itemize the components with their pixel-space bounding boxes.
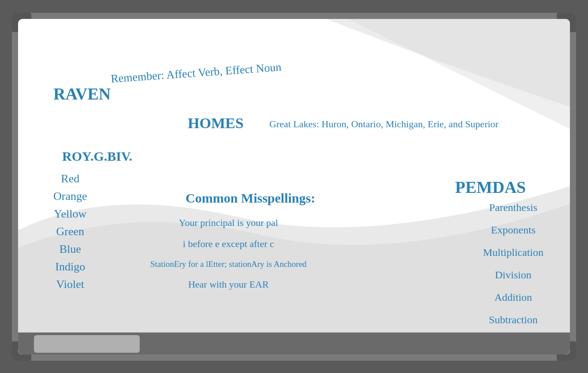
pemdas-title: PEMDAS xyxy=(455,177,526,197)
misspelling-2: i before e except after c xyxy=(150,238,307,250)
color-yellow: Yellow xyxy=(53,207,87,221)
pemdas-subtraction: Subtraction xyxy=(483,314,543,326)
pemdas-list: Parenthesis Exponents Multiplication Div… xyxy=(483,202,543,326)
misspelling-3: StationEry for a lEtter; stationAry is A… xyxy=(150,259,307,269)
pemdas-addition: Addition xyxy=(483,292,543,303)
misspelling-1: Your principal is your pal xyxy=(150,217,307,229)
misspellings-title: Common Misspellings: xyxy=(186,191,315,206)
color-orange: Orange xyxy=(53,190,87,203)
roygbiv-title: ROY.G.BIV. xyxy=(62,149,132,164)
misspellings-list: Your principal is your pal i before e ex… xyxy=(150,217,307,290)
remember-text: Remember: Affect Verb, Effect Noun xyxy=(110,60,282,85)
rainbow-colors-list: Red Orange Yellow Green Blue Indigo Viol… xyxy=(53,172,87,291)
pemdas-multiplication: Multiplication xyxy=(483,247,543,259)
pemdas-exponents: Exponents xyxy=(483,224,543,236)
whiteboard: RAVEN Remember: Affect Verb, Effect Noun… xyxy=(18,19,570,355)
color-indigo: Indigo xyxy=(53,260,87,273)
raven-title: RAVEN xyxy=(53,84,111,103)
misspelling-4: Hear with your EAR xyxy=(150,279,307,290)
pemdas-parenthesis: Parenthesis xyxy=(483,202,543,214)
board-content: RAVEN Remember: Affect Verb, Effect Noun… xyxy=(18,19,570,355)
great-lakes-text: Great Lakes: Huron, Ontario, Michigan, E… xyxy=(269,118,499,130)
outer-frame: RAVEN Remember: Affect Verb, Effect Noun… xyxy=(12,13,576,361)
homes-title: HOMES xyxy=(188,115,244,132)
bottom-rail xyxy=(18,332,570,355)
color-blue: Blue xyxy=(53,243,87,256)
color-green: Green xyxy=(53,225,87,238)
eraser-tray xyxy=(34,335,140,353)
color-red: Red xyxy=(53,172,87,185)
pemdas-division: Division xyxy=(483,269,543,281)
color-violet: Violet xyxy=(53,278,87,291)
